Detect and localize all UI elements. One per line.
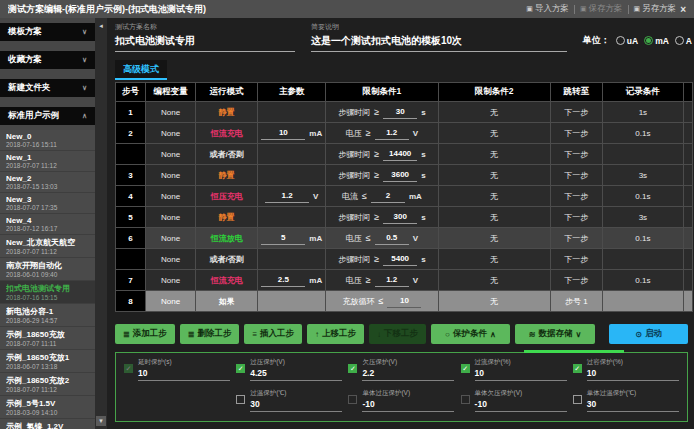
main-param-value[interactable]: 10 [261,127,305,140]
limit-condition1-cell[interactable]: 电压≤0.5V [326,228,438,249]
checkbox-unchecked-icon[interactable] [461,395,470,404]
limit-condition2-cell[interactable]: 无 [438,123,550,144]
run-mode-cell[interactable]: 恒流放电 [196,228,258,249]
close-icon[interactable]: × [680,4,686,15]
condition-value[interactable]: 3600 [383,169,417,182]
jump-to-cell[interactable]: 下一步 [550,123,602,144]
run-mode-cell[interactable]: 恒压充电 [196,186,258,207]
jump-to-cell[interactable]: 下一步 [550,165,602,186]
limit-condition1-cell[interactable]: 充放循环≤10 [326,291,438,312]
unit-radio-A[interactable]: A [675,36,692,46]
table-row[interactable]: 7None恒流充电2.5mA电压≥1.2V无下一步0.1s [116,270,693,291]
protection-field-value[interactable]: 30 [587,398,679,412]
protect-button[interactable]: ○保护条件∧ [431,324,510,344]
storage-button[interactable]: ≋数据存储∨ [515,324,596,344]
main-param-cell[interactable] [258,249,326,270]
limit-condition1-cell[interactable]: 步骤时间≥30s [326,102,438,123]
run-mode-cell[interactable]: 静置 [196,102,258,123]
checkbox-checked-icon[interactable]: ✓ [461,364,470,373]
sidebar-item[interactable]: 示例_18650充放12018-06-07 13:18 [0,350,95,373]
record-condition-cell[interactable]: 3s [602,165,683,186]
start-button[interactable]: ⊙启动 [609,324,688,344]
run-mode-cell[interactable]: 静置 [196,207,258,228]
table-row[interactable]: None或者/否则步骤时间≥5400s无下一步 [116,249,693,270]
protection-field-value[interactable]: 10 [475,367,567,381]
main-param-cell[interactable] [258,102,326,123]
program-var-cell[interactable]: None [146,291,196,312]
limit-condition2-cell[interactable]: 无 [438,102,550,123]
sidebar-item[interactable]: New_32018-07-07 17:35 [0,193,95,214]
program-var-cell[interactable]: None [146,207,196,228]
table-row[interactable]: 2None恒流充电10mA电压≥1.2V无下一步0.1s [116,123,693,144]
record-condition-cell[interactable] [602,291,683,312]
record-condition-cell[interactable] [602,249,683,270]
table-row[interactable]: 8None如果充放循环≤10无步号 1 [116,291,693,312]
unit-radio-mA[interactable]: mA [644,36,669,46]
limit-condition1-cell[interactable]: 步骤时间≥14400s [326,144,438,165]
sidebar-item[interactable]: 新电池分容-12018-06-29 14:57 [0,304,95,327]
protection-field-value[interactable]: -10 [362,398,454,412]
program-var-cell[interactable]: None [146,102,196,123]
jump-to-cell[interactable]: 下一步 [550,186,602,207]
table-row[interactable]: 4None恒压充电1.2V电流≤2mA无下一步0.1s [116,186,693,207]
table-row[interactable]: 6None恒流放电5mA电压≤0.5V无下一步0.1s [116,228,693,249]
record-condition-cell[interactable]: 1s [602,102,683,123]
record-condition-cell[interactable] [602,144,683,165]
table-row[interactable]: 5None静置步骤时间≥300s无下一步3s [116,207,693,228]
sidebar-item[interactable]: New_22018-07-15 13:03 [0,172,95,193]
add-step-button[interactable]: ≣添加工步 [115,324,175,344]
checkbox-checked-icon[interactable]: ✓ [124,364,133,373]
table-row[interactable]: 1None静置步骤时间≥30s无下一步1s [116,102,693,123]
program-var-cell[interactable]: None [146,123,196,144]
jump-to-cell[interactable]: 步号 1 [550,291,602,312]
sidebar-section-标准用户示例[interactable]: 标准用户示例∧ [0,107,95,125]
sidebar-item[interactable]: New_12018-07-07 11:12 [0,151,95,172]
jump-to-cell[interactable]: 下一步 [550,228,602,249]
protection-field-value[interactable]: 10 [138,367,230,381]
limit-condition1-cell[interactable]: 步骤时间≥5400s [326,249,438,270]
main-param-value[interactable]: 2.5 [261,274,305,287]
sidebar-item[interactable]: 示例_氢镍_1.2V2018-03-09 14:10 [0,419,95,429]
move-up-button[interactable]: ↑上移工步 [307,324,364,344]
sidebar-item[interactable]: 示例_18650充放22018-07-07 11:12 [0,373,95,396]
program-var-cell[interactable]: None [146,144,196,165]
condition-value[interactable]: 14400 [383,148,417,161]
limit-condition2-cell[interactable]: 无 [438,165,550,186]
protection-field-value[interactable]: 10 [587,367,679,381]
limit-condition2-cell[interactable]: 无 [438,144,550,165]
main-param-cell[interactable] [258,165,326,186]
condition-value[interactable]: 1.2 [375,274,409,287]
record-condition-cell[interactable]: 3s [602,207,683,228]
limit-condition1-cell[interactable]: 电压≥1.2V [326,123,438,144]
main-param-cell[interactable]: 1.2V [258,186,326,207]
condition-value[interactable]: 0.5 [375,232,409,245]
checkbox-unchecked-icon[interactable] [348,395,357,404]
tab-advanced-mode[interactable]: 高级模式 [115,60,167,80]
protection-field-value[interactable]: -10 [475,398,567,412]
checkbox-checked-icon[interactable]: ✓ [348,364,357,373]
record-condition-cell[interactable]: 0.1s [602,228,683,249]
delete-step-button[interactable]: ≣删除工步 [180,324,240,344]
protection-field-value[interactable]: 4.25 [250,367,342,381]
record-condition-cell[interactable]: 0.1s [602,123,683,144]
sidebar-section-收藏方案[interactable]: 收藏方案∨ [0,51,95,69]
main-param-cell[interactable] [258,144,326,165]
run-mode-cell[interactable]: 恒流充电 [196,123,258,144]
sidebar-item[interactable]: New_北京航天航空2018-07-07 11:12 [0,235,95,258]
main-param-cell[interactable] [258,207,326,228]
main-param-cell[interactable]: 2.5mA [258,270,326,291]
program-var-cell[interactable]: None [146,228,196,249]
jump-to-cell[interactable]: 下一步 [550,249,602,270]
protection-field-value[interactable]: 30 [250,398,342,412]
sidebar-scroll-down-icon[interactable]: ▼ [96,416,106,426]
limit-condition1-cell[interactable]: 电流≤2mA [326,186,438,207]
checkbox-unchecked-icon[interactable] [236,395,245,404]
main-param-value[interactable]: 1.2 [265,190,309,203]
sidebar-item[interactable]: 示例_5号1.5V2018-03-09 14:10 [0,396,95,419]
condition-value[interactable]: 30 [383,106,417,119]
limit-condition1-cell[interactable]: 电压≥1.2V [326,270,438,291]
limit-condition2-cell[interactable]: 无 [438,291,550,312]
condition-value[interactable]: 300 [383,211,417,224]
record-condition-cell[interactable]: 0.1s [602,270,683,291]
sidebar-item[interactable]: 南京开翔自动化2018-06-01 09:40 [0,258,95,281]
